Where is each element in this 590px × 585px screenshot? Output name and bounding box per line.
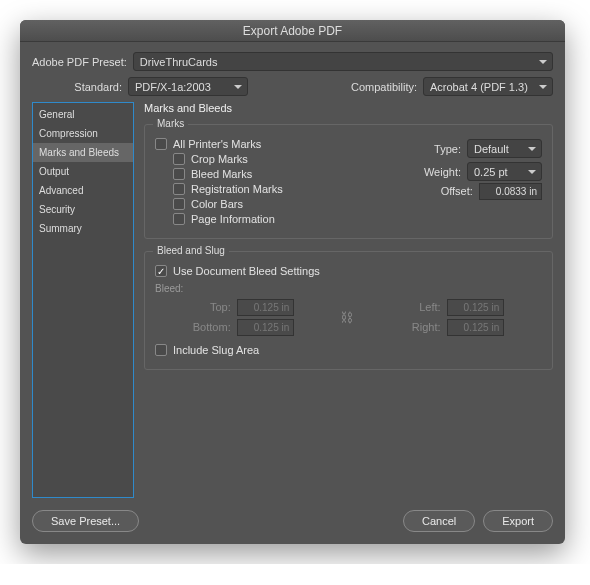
sidebar-item-output[interactable]: Output [33, 162, 133, 181]
crop-marks-checkbox[interactable] [173, 153, 185, 165]
bleed-right-label: Right: [374, 321, 441, 333]
bleed-heading: Bleed: [155, 283, 542, 294]
bleed-bottom-input: 0.125 in [237, 321, 332, 333]
panel-title: Marks and Bleeds [144, 102, 553, 114]
bleed-left-input: 0.125 in [447, 301, 542, 313]
weight-value: 0.25 pt [474, 166, 508, 178]
standard-select[interactable]: PDF/X-1a:2003 [128, 77, 248, 96]
bleed-top-input: 0.125 in [237, 301, 332, 313]
bleed-top-value: 0.125 in [237, 299, 295, 316]
compatibility-select[interactable]: Acrobat 4 (PDF 1.3) [423, 77, 553, 96]
bleed-fieldset: Bleed and Slug Use Document Bleed Settin… [144, 251, 553, 370]
marks-fieldset: Marks All Printer's Marks Crop Marks [144, 124, 553, 239]
crop-marks-label: Crop Marks [191, 153, 248, 165]
all-marks-checkbox[interactable] [155, 138, 167, 150]
use-doc-bleed-checkbox[interactable] [155, 265, 167, 277]
type-select[interactable]: Default [467, 139, 542, 158]
save-preset-button[interactable]: Save Preset... [32, 510, 139, 532]
use-doc-bleed-label: Use Document Bleed Settings [173, 265, 320, 277]
weight-select[interactable]: 0.25 pt [467, 162, 542, 181]
preset-value: DriveThruCards [140, 56, 218, 68]
sidebar-item-marks-bleeds[interactable]: Marks and Bleeds [33, 143, 133, 162]
type-label: Type: [417, 143, 461, 155]
sidebar-item-advanced[interactable]: Advanced [33, 181, 133, 200]
sidebar-item-summary[interactable]: Summary [33, 219, 133, 238]
weight-label: Weight: [417, 166, 461, 178]
type-value: Default [474, 143, 509, 155]
preset-select[interactable]: DriveThruCards [133, 52, 553, 71]
panel: Marks and Bleeds Marks All Printer's Mar… [144, 102, 553, 498]
offset-value: 0.0833 in [479, 183, 542, 200]
all-marks-label: All Printer's Marks [173, 138, 261, 150]
offset-input[interactable]: 0.0833 in [479, 185, 542, 197]
bleed-legend: Bleed and Slug [153, 245, 229, 256]
standard-label: Standard: [32, 81, 122, 93]
preset-label: Adobe PDF Preset: [32, 56, 127, 68]
sidebar-item-security[interactable]: Security [33, 200, 133, 219]
registration-marks-checkbox[interactable] [173, 183, 185, 195]
sidebar-item-compression[interactable]: Compression [33, 124, 133, 143]
registration-marks-label: Registration Marks [191, 183, 283, 195]
compatibility-value: Acrobat 4 (PDF 1.3) [430, 81, 528, 93]
page-info-label: Page Information [191, 213, 275, 225]
link-icon: ⛓ [338, 300, 354, 334]
bleed-left-value: 0.125 in [447, 299, 505, 316]
sidebar-item-general[interactable]: General [33, 105, 133, 124]
bleed-bottom-value: 0.125 in [237, 319, 295, 336]
standard-value: PDF/X-1a:2003 [135, 81, 211, 93]
marks-legend: Marks [153, 118, 188, 129]
window-title: Export Adobe PDF [243, 24, 342, 38]
color-bars-checkbox[interactable] [173, 198, 185, 210]
export-button[interactable]: Export [483, 510, 553, 532]
sidebar: General Compression Marks and Bleeds Out… [32, 102, 134, 498]
page-info-checkbox[interactable] [173, 213, 185, 225]
titlebar: Export Adobe PDF [20, 20, 565, 42]
bleed-left-label: Left: [374, 301, 441, 313]
include-slug-label: Include Slug Area [173, 344, 259, 356]
compatibility-label: Compatibility: [351, 81, 417, 93]
bleed-marks-checkbox[interactable] [173, 168, 185, 180]
bleed-marks-label: Bleed Marks [191, 168, 252, 180]
export-pdf-dialog: Export Adobe PDF Adobe PDF Preset: Drive… [20, 20, 565, 544]
bleed-right-input: 0.125 in [447, 321, 542, 333]
bleed-bottom-label: Bottom: [155, 321, 231, 333]
color-bars-label: Color Bars [191, 198, 243, 210]
include-slug-checkbox[interactable] [155, 344, 167, 356]
bleed-right-value: 0.125 in [447, 319, 505, 336]
cancel-button[interactable]: Cancel [403, 510, 475, 532]
offset-label: Offset: [429, 185, 473, 197]
bleed-top-label: Top: [155, 301, 231, 313]
